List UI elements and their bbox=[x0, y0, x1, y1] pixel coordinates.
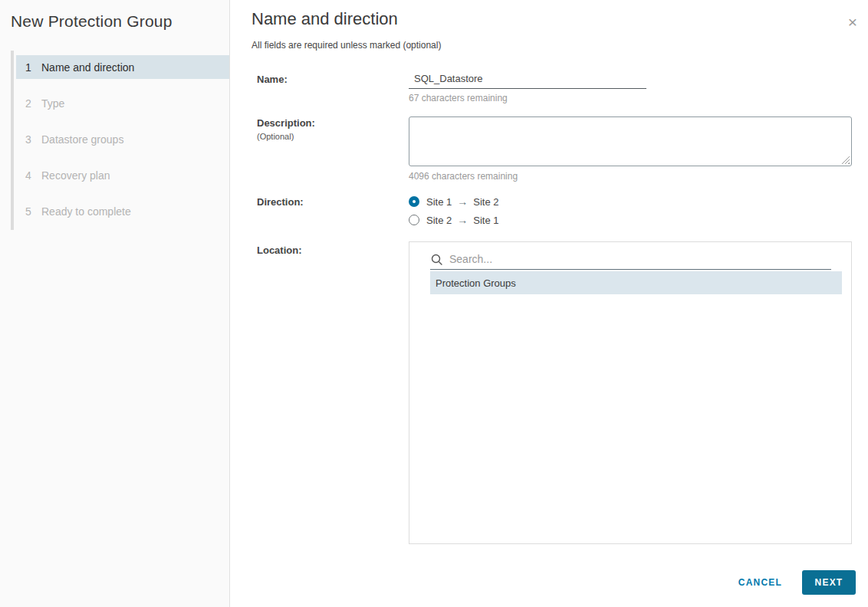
name-chars-remaining: 67 characters remaining bbox=[409, 93, 508, 103]
step-number: 3 bbox=[24, 133, 33, 146]
step-number: 2 bbox=[24, 97, 33, 110]
radio-site2-to-site1[interactable]: Site 2 → Site 1 bbox=[409, 213, 499, 227]
wizard-sidebar: New Protection Group 1 Name and directio… bbox=[0, 0, 230, 607]
wizard-content-panel: Name and direction All fields are requir… bbox=[231, 0, 868, 607]
direction-to: Site 1 bbox=[473, 215, 498, 226]
wizard-footer: CANCEL NEXT bbox=[737, 570, 856, 595]
step-label: Recovery plan bbox=[41, 169, 110, 182]
arrow-right-icon: → bbox=[457, 214, 468, 226]
direction-from: Site 2 bbox=[426, 215, 452, 226]
description-chars-remaining: 4096 characters remaining bbox=[409, 171, 518, 182]
name-label: Name: bbox=[257, 74, 288, 85]
radio-selected-icon bbox=[409, 196, 419, 207]
location-item-protection-groups[interactable]: Protection Groups bbox=[430, 271, 842, 294]
radio-unselected-icon bbox=[409, 215, 419, 225]
step-number: 1 bbox=[24, 61, 33, 74]
location-item-label: Protection Groups bbox=[436, 277, 516, 289]
location-label: Location: bbox=[257, 244, 302, 256]
page-title: Name and direction bbox=[252, 9, 398, 29]
description-optional-note: (Optional) bbox=[257, 132, 294, 141]
wizard-step-list: 1 Name and direction 2 Type 3 Datastore … bbox=[11, 51, 229, 230]
step-name-and-direction[interactable]: 1 Name and direction bbox=[16, 55, 229, 79]
direction-label: Direction: bbox=[257, 196, 304, 208]
description-label: Description: bbox=[257, 117, 315, 129]
step-ready-to-complete[interactable]: 5 Ready to complete bbox=[16, 199, 229, 223]
step-number: 5 bbox=[24, 205, 33, 218]
step-label: Type bbox=[41, 97, 64, 110]
step-recovery-plan[interactable]: 4 Recovery plan bbox=[16, 163, 229, 187]
step-label: Ready to complete bbox=[41, 205, 131, 218]
step-label: Name and direction bbox=[41, 61, 134, 74]
step-type[interactable]: 2 Type bbox=[16, 91, 229, 115]
location-search-input[interactable] bbox=[449, 253, 831, 265]
search-icon bbox=[431, 254, 443, 266]
description-textarea[interactable] bbox=[409, 116, 852, 166]
wizard-title: New Protection Group bbox=[11, 12, 173, 31]
direction-from: Site 1 bbox=[426, 196, 452, 208]
step-datastore-groups[interactable]: 3 Datastore groups bbox=[16, 127, 229, 151]
cancel-button[interactable]: CANCEL bbox=[737, 573, 784, 592]
location-picker-panel: Protection Groups bbox=[409, 241, 852, 544]
step-label: Datastore groups bbox=[41, 133, 123, 146]
location-search-field bbox=[430, 248, 831, 270]
step-progress-bar bbox=[11, 51, 14, 230]
name-input[interactable] bbox=[409, 71, 646, 89]
arrow-right-icon: → bbox=[457, 195, 468, 208]
radio-site1-to-site2[interactable]: Site 1 → Site 2 bbox=[409, 195, 499, 208]
close-icon[interactable]: × bbox=[842, 11, 863, 33]
step-number: 4 bbox=[24, 169, 33, 182]
required-fields-note: All fields are required unless marked (o… bbox=[252, 40, 441, 51]
direction-to: Site 2 bbox=[473, 196, 498, 208]
next-button[interactable]: NEXT bbox=[802, 570, 856, 595]
